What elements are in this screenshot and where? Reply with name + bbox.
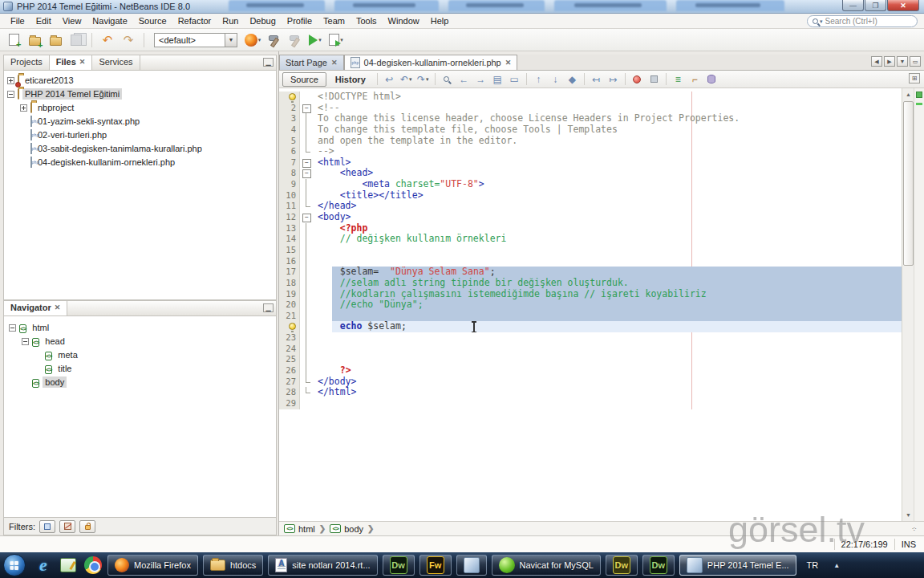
- combo-dropdown-icon[interactable]: ▼: [225, 34, 237, 47]
- code-line[interactable]: 9 <meta charset="UTF-8">: [279, 179, 902, 190]
- taskbar-button-htdocs[interactable]: htdocs: [203, 555, 263, 576]
- scrollbar-thumb[interactable]: [903, 101, 914, 266]
- tree-row[interactable]: 02-veri-turleri.php: [7, 128, 276, 142]
- code-line[interactable]: 3To change this license header, choose L…: [279, 113, 902, 124]
- hint-bulb-icon[interactable]: [289, 323, 296, 330]
- tree-item-label[interactable]: head: [43, 336, 67, 347]
- code-line[interactable]: 8 <head>: [279, 168, 902, 179]
- scroll-tabs-right-button[interactable]: ▶: [884, 56, 895, 67]
- filter-show-fields-button[interactable]: [39, 520, 55, 533]
- minimize-panel-button[interactable]: ▁: [263, 58, 274, 67]
- open-project-button[interactable]: [47, 31, 64, 49]
- code-text[interactable]: $selam= "Dünya Selam Sana";: [313, 267, 902, 278]
- notification-area-expand-icon[interactable]: ▲: [829, 562, 845, 569]
- tree-item-label[interactable]: 01-yazim-sekli-syntax.php: [35, 116, 142, 127]
- tab-list-dropdown-button[interactable]: ▼: [897, 56, 908, 67]
- code-line[interactable]: 6-->: [279, 146, 902, 157]
- scroll-tabs-left-button[interactable]: ◀: [871, 56, 882, 67]
- taskbar-button[interactable]: [456, 555, 487, 576]
- menu-refactor[interactable]: Refactor: [172, 14, 217, 27]
- source-view-button[interactable]: Source: [282, 72, 326, 87]
- menu-run[interactable]: Run: [217, 14, 244, 27]
- code-line[interactable]: 29: [279, 398, 902, 409]
- close-icon[interactable]: ✕: [79, 58, 86, 66]
- code-line[interactable]: 21: [279, 311, 902, 322]
- chevron-down-icon[interactable]: ▾: [318, 37, 322, 43]
- taskbar-button[interactable]: Dw: [606, 555, 638, 576]
- code-text[interactable]: [313, 256, 902, 267]
- find-next-button[interactable]: →: [473, 72, 488, 86]
- shift-right-button[interactable]: ↦: [606, 72, 621, 86]
- breadcrumb-options-icon[interactable]: ⁘: [911, 525, 919, 533]
- fold-column[interactable]: [300, 103, 313, 114]
- minimize-panel-button[interactable]: ▁: [263, 303, 274, 312]
- code-text[interactable]: //echo "Dünya";: [313, 299, 902, 311]
- tree-row[interactable]: 01-yazim-sekli-syntax.php: [7, 115, 276, 128]
- code-line[interactable]: 26 ?>: [279, 365, 902, 377]
- code-line[interactable]: 28</html>: [279, 387, 902, 398]
- code-text[interactable]: ?>: [313, 365, 902, 377]
- redo-button[interactable]: ↷: [120, 31, 137, 49]
- shift-left-button[interactable]: ↤: [589, 72, 604, 86]
- tree-row[interactable]: 03-sabit-degisken-tanimlama-kurallari.ph…: [7, 142, 276, 156]
- code-line[interactable]: 27</body>: [279, 377, 902, 388]
- expand-icon[interactable]: [7, 77, 14, 84]
- close-icon[interactable]: ✕: [505, 59, 512, 67]
- tree-row[interactable]: nbproject: [7, 101, 276, 115]
- code-text[interactable]: [313, 398, 902, 409]
- fold-column[interactable]: [300, 168, 313, 179]
- last-edit-button[interactable]: ↩: [382, 72, 397, 86]
- minimize-button[interactable]: —: [842, 0, 864, 11]
- collapse-icon[interactable]: [22, 338, 29, 345]
- close-icon[interactable]: ✕: [331, 59, 338, 67]
- code-text[interactable]: <title></title>: [313, 190, 902, 201]
- tab-projects[interactable]: Projects: [4, 55, 50, 70]
- tree-item-label[interactable]: 04-degisken-kullanim-ornekleri.php: [35, 157, 177, 168]
- build-project-button[interactable]: [265, 31, 282, 49]
- forward-button[interactable]: ↷▾: [415, 72, 431, 86]
- toggle-bookmark-button[interactable]: ◆: [565, 72, 580, 86]
- code-text[interactable]: [313, 245, 902, 256]
- document-tab[interactable]: 04-degisken-kullanim-ornekleri.php✕: [344, 55, 518, 70]
- new-file-button[interactable]: [5, 31, 22, 49]
- expand-icon[interactable]: [20, 104, 27, 112]
- code-line[interactable]: 2<!--: [279, 103, 902, 114]
- filter-show-nonpublic-button[interactable]: [79, 520, 95, 533]
- tab-files[interactable]: Files✕: [50, 55, 93, 70]
- tree-item-label[interactable]: eticaret2013: [22, 75, 76, 86]
- code-line[interactable]: 4To change this template file, choose To…: [279, 124, 902, 136]
- toggle-rectangular-selection-button[interactable]: ▭: [507, 72, 522, 86]
- taskbar-button[interactable]: Dw: [642, 555, 675, 576]
- tab-services[interactable]: Services: [92, 55, 140, 70]
- browser-select-button[interactable]: ▾: [244, 31, 261, 49]
- tree-item-label[interactable]: 03-sabit-degisken-tanimlama-kurallari.ph…: [35, 143, 205, 154]
- tree-row[interactable]: <>body: [9, 376, 276, 389]
- document-tab[interactable]: Start Page✕: [279, 55, 344, 70]
- tree-item-label[interactable]: meta: [55, 349, 79, 360]
- code-text[interactable]: <?php: [313, 223, 902, 234]
- menu-source[interactable]: Source: [133, 14, 172, 27]
- code-text[interactable]: <html>: [313, 157, 902, 169]
- quick-search-input[interactable]: ▾ Search (Ctrl+I): [807, 15, 918, 27]
- debug-project-button[interactable]: ▾: [327, 31, 345, 49]
- menu-debug[interactable]: Debug: [244, 14, 281, 27]
- code-line[interactable]: 14 // değişken kullanım örnekleri: [279, 234, 902, 245]
- code-line[interactable]: 12<body>: [279, 212, 902, 223]
- code-line[interactable]: <!DOCTYPE html>: [279, 92, 902, 103]
- menu-tools[interactable]: Tools: [351, 14, 383, 27]
- code-text[interactable]: To change this template file, choose Too…: [313, 124, 902, 136]
- code-text[interactable]: To change this license header, choose Li…: [313, 113, 902, 124]
- taskbar-button[interactable]: Fw: [419, 555, 452, 576]
- code-line[interactable]: 16: [279, 256, 902, 267]
- chevron-down-icon[interactable]: ▾: [258, 37, 261, 43]
- save-all-button[interactable]: [67, 31, 85, 49]
- tree-row[interactable]: PHP 2014 Temel Eğitimi: [7, 88, 276, 101]
- tab-navigator[interactable]: Navigator ✕: [4, 301, 67, 315]
- tree-item-label[interactable]: PHP 2014 Temel Eğitimi: [22, 88, 122, 100]
- scroll-down-icon[interactable]: ▼: [903, 510, 914, 520]
- code-line[interactable]: 23: [279, 332, 902, 344]
- code-line[interactable]: 25: [279, 354, 902, 365]
- menu-window[interactable]: Window: [383, 14, 425, 27]
- code-line[interactable]: 10 <title></title>: [279, 190, 902, 201]
- tree-item-label[interactable]: body: [43, 377, 67, 388]
